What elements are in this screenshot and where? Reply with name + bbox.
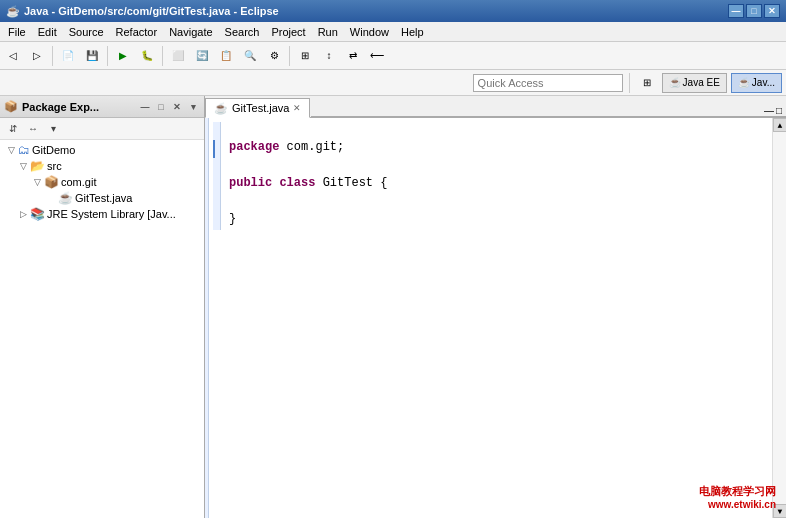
tree-item-comgit[interactable]: ▽ 📦 com.git — [0, 174, 204, 190]
run-button[interactable]: ▶ — [112, 45, 134, 67]
title-bar: ☕ Java - GitDemo/src/com/git/GitTest.jav… — [0, 0, 786, 22]
editor-tabs: ☕ GitTest.java ✕ — □ — [205, 96, 786, 118]
package-explorer: 📦 Package Exp... — □ ✕ ▾ ⇵ ↔ ▾ ▽ 🗂 GitDe… — [0, 96, 205, 518]
jre-label: JRE System Library [Jav... — [47, 208, 176, 220]
editor-scrollbar[interactable]: ▲ ▼ — [772, 118, 786, 518]
watermark: 电脑教程学习网 www.etwiki.cn — [699, 484, 776, 510]
folder-icon: 📂 — [30, 159, 45, 173]
forward-button[interactable]: ▷ — [26, 45, 48, 67]
title-text: ☕ Java - GitDemo/src/com/git/GitTest.jav… — [6, 5, 279, 18]
quick-access-input[interactable] — [473, 74, 623, 92]
code-line-4: public class GitTest { — [205, 176, 786, 194]
code-text-2: package com.git; — [229, 140, 344, 154]
open-perspectives-button[interactable]: ⊞ — [636, 72, 658, 94]
project-label: GitDemo — [32, 144, 75, 156]
menu-search[interactable]: Search — [219, 22, 266, 41]
menu-source[interactable]: Source — [63, 22, 110, 41]
scrollbar-up-button[interactable]: ▲ — [773, 118, 786, 132]
pe-view-menu-button[interactable]: ▾ — [44, 120, 62, 138]
maximize-button[interactable]: □ — [746, 4, 762, 18]
library-icon: 📚 — [30, 207, 45, 221]
src-label: src — [47, 160, 62, 172]
code-line-5 — [205, 194, 786, 212]
menu-help[interactable]: Help — [395, 22, 430, 41]
toolbar-separator-4 — [289, 46, 290, 66]
pe-minimize-button[interactable]: — — [138, 100, 152, 114]
java-ee-perspective[interactable]: ☕ Java EE — [662, 73, 727, 93]
toolbar-btn-1[interactable]: ⬜ — [167, 45, 189, 67]
pe-title: 📦 Package Exp... — [4, 100, 99, 113]
menu-project[interactable]: Project — [265, 22, 311, 41]
tree-item-jre[interactable]: ▷ 📚 JRE System Library [Jav... — [0, 206, 204, 222]
tree-item-gittest[interactable]: ▷ ☕ GitTest.java — [0, 190, 204, 206]
pe-header: 📦 Package Exp... — □ ✕ ▾ — [0, 96, 204, 118]
pe-icon: 📦 — [4, 100, 18, 113]
toolbar-btn-9[interactable]: ⟵ — [366, 45, 388, 67]
java-perspective[interactable]: ☕ Jav... — [731, 73, 782, 93]
save-button[interactable]: 💾 — [81, 45, 103, 67]
minimize-button[interactable]: — — [728, 4, 744, 18]
editor-area: ☕ GitTest.java ✕ — □ package com.git; — [205, 96, 786, 518]
watermark-line2: www.etwiki.cn — [699, 499, 776, 510]
expand-icon-comgit: ▽ — [32, 177, 42, 187]
tab-label: GitTest.java — [232, 102, 289, 114]
toolbar-separator-2 — [107, 46, 108, 66]
editor-content[interactable]: package com.git; public class GitTest { … — [205, 118, 786, 518]
app-icon: ☕ — [6, 5, 20, 18]
pe-link-editor-button[interactable]: ↔ — [24, 120, 42, 138]
java-file-icon: ☕ — [58, 191, 73, 205]
menu-refactor[interactable]: Refactor — [110, 22, 164, 41]
menu-window[interactable]: Window — [344, 22, 395, 41]
toolbar-btn-3[interactable]: 📋 — [215, 45, 237, 67]
expand-icon: ▽ — [6, 145, 16, 155]
pe-menu-button[interactable]: ▾ — [186, 100, 200, 114]
tab-java-icon: ☕ — [214, 102, 228, 115]
back-button[interactable]: ◁ — [2, 45, 24, 67]
menu-bar: File Edit Source Refactor Navigate Searc… — [0, 22, 786, 42]
pe-close-button[interactable]: ✕ — [170, 100, 184, 114]
menu-run[interactable]: Run — [312, 22, 344, 41]
toolbar-btn-7[interactable]: ↕ — [318, 45, 340, 67]
editor-tab-gittest[interactable]: ☕ GitTest.java ✕ — [205, 98, 310, 118]
code-text-6: } — [229, 212, 236, 226]
java-ee-icon: ☕ — [669, 77, 681, 88]
close-button[interactable]: ✕ — [764, 4, 780, 18]
menu-navigate[interactable]: Navigate — [163, 22, 218, 41]
main-area: 📦 Package Exp... — □ ✕ ▾ ⇵ ↔ ▾ ▽ 🗂 GitDe… — [0, 96, 786, 518]
code-line-6: } — [205, 212, 786, 230]
tree-item-src[interactable]: ▽ 📂 src — [0, 158, 204, 174]
debug-button[interactable]: 🐛 — [136, 45, 158, 67]
toolbar-separator-3 — [162, 46, 163, 66]
menu-file[interactable]: File — [2, 22, 32, 41]
window-controls: — □ ✕ — [728, 4, 780, 18]
toolbar-btn-2[interactable]: 🔄 — [191, 45, 213, 67]
quick-access-bar: ⊞ ☕ Java EE ☕ Jav... — [0, 70, 786, 96]
toolbar: ◁ ▷ 📄 💾 ▶ 🐛 ⬜ 🔄 📋 🔍 ⚙ ⊞ ↕ ⇄ ⟵ — [0, 42, 786, 70]
pe-maximize-button[interactable]: □ — [154, 100, 168, 114]
code-line-1 — [205, 122, 786, 140]
expand-icon-gittest: ▷ — [46, 193, 56, 203]
package-icon: 📦 — [44, 175, 59, 189]
gittest-label: GitTest.java — [75, 192, 132, 204]
toolbar-btn-5[interactable]: ⚙ — [263, 45, 285, 67]
qa-separator — [629, 73, 630, 93]
pe-title-label: Package Exp... — [22, 101, 99, 113]
toolbar-btn-8[interactable]: ⇄ — [342, 45, 364, 67]
code-text-4: public class GitTest { — [229, 176, 387, 190]
toolbar-btn-6[interactable]: ⊞ — [294, 45, 316, 67]
code-line-2: package com.git; — [205, 140, 786, 158]
toolbar-btn-4[interactable]: 🔍 — [239, 45, 261, 67]
java-ee-label: Java EE — [683, 77, 720, 88]
project-icon: 🗂 — [18, 143, 30, 157]
tab-close-button[interactable]: ✕ — [293, 103, 301, 113]
tree-item-gitdemo[interactable]: ▽ 🗂 GitDemo — [0, 142, 204, 158]
window-title: Java - GitDemo/src/com/git/GitTest.java … — [24, 5, 279, 17]
code-line-3 — [205, 158, 786, 176]
new-button[interactable]: 📄 — [57, 45, 79, 67]
editor-maximize-button[interactable]: □ — [776, 105, 782, 116]
pe-toolbar: ⇵ ↔ ▾ — [0, 118, 204, 140]
watermark-line1: 电脑教程学习网 — [699, 484, 776, 499]
editor-minimize-button[interactable]: — — [764, 105, 774, 116]
menu-edit[interactable]: Edit — [32, 22, 63, 41]
pe-collapse-all-button[interactable]: ⇵ — [4, 120, 22, 138]
